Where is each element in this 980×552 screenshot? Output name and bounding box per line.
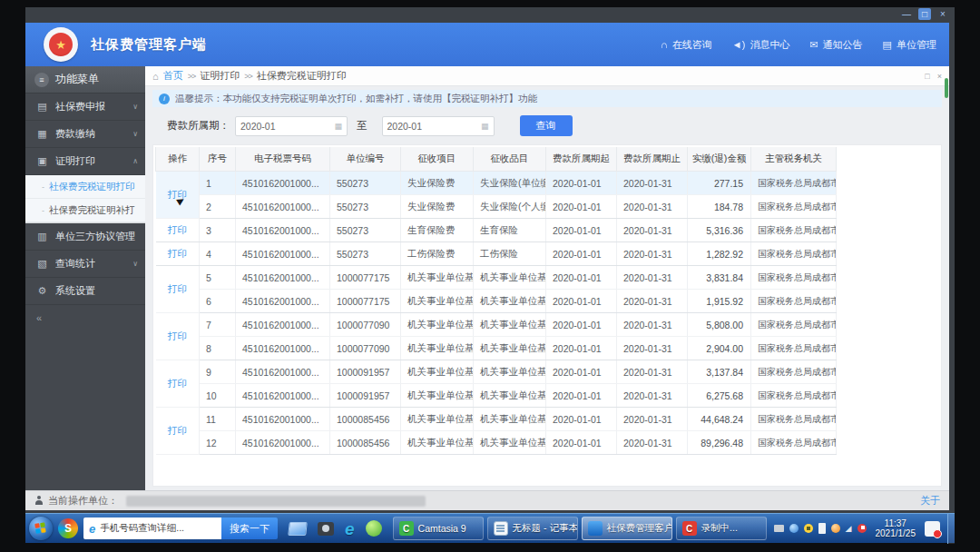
column-header: 单位编号 <box>330 147 401 172</box>
notice-bulletin-label: 通知公告 <box>823 38 863 52</box>
breadcrumb: ⌂ 首页 >> 证明打印 >> 社保费完税证明打印 □ × <box>145 66 949 86</box>
period-from-input[interactable]: 2020-01 ▦ <box>235 116 348 136</box>
cell-item: 机关事业单位基本... <box>401 290 474 313</box>
taskbar-button-notepad[interactable]: 无标题 - 记事本 <box>487 517 578 540</box>
breadcrumb-item[interactable]: 社保费完税证明打印 <box>257 69 347 83</box>
windows-logo-icon <box>34 522 47 535</box>
title-bar: ★ 社保费管理客户端 ∩在线咨询◄)消息中心✉通知公告▤单位管理 <box>25 23 949 66</box>
cell-no: 10 <box>200 384 236 408</box>
period-to-input[interactable]: 2020-01 ▦ <box>382 116 495 136</box>
blue-orb-icon[interactable] <box>789 524 799 533</box>
tab-restore-icon[interactable]: □ <box>925 72 929 81</box>
minimize-button[interactable]: — <box>900 8 913 20</box>
taskbar-button-camtasia[interactable]: CCamtasia 9 <box>393 517 484 540</box>
cell-amount: 3,831.84 <box>688 266 751 290</box>
orange-orb-icon[interactable] <box>831 524 840 533</box>
sidebar-item-label: 查询统计 <box>55 257 95 271</box>
cell-item: 机关事业单位基本... <box>401 431 474 455</box>
topbar-action-message-center[interactable]: ◄)消息中心 <box>732 38 790 52</box>
topbar-action-unit-management[interactable]: ▤单位管理 <box>883 38 936 52</box>
taskbar-button-label: Camtasia 9 <box>418 523 466 534</box>
about-link[interactable]: 关于 <box>920 494 940 508</box>
briefcase-icon[interactable] <box>774 525 784 532</box>
chevron-down-icon: ∨ <box>132 260 138 268</box>
app-window: ★ 社保费管理客户端 ∩在线咨询◄)消息中心✉通知公告▤单位管理 ≡ 功能菜单 … <box>25 23 949 510</box>
print-icon: ▣ <box>36 155 48 167</box>
agreement-icon: ▥ <box>36 231 48 242</box>
cell-end: 2020-01-31 <box>617 337 688 360</box>
print-link[interactable]: 打印 <box>168 378 187 389</box>
cell-amount: 277.15 <box>688 172 751 195</box>
column-header: 序号 <box>200 147 236 172</box>
calendar-icon[interactable]: ▦ <box>481 122 489 131</box>
print-link[interactable]: 打印 <box>168 330 187 341</box>
sidebar-item-system-settings[interactable]: ⚙系统设置 <box>25 278 145 305</box>
cell-start: 2020-01-01 <box>546 313 617 337</box>
tab-close-icon[interactable]: × <box>937 72 942 81</box>
dash-icon: - <box>42 182 44 192</box>
cell-end: 2020-01-31 <box>617 290 688 313</box>
print-link[interactable]: 打印 <box>168 283 187 294</box>
print-link[interactable]: 打印 <box>168 224 187 235</box>
cell-no: 3 <box>200 219 236 242</box>
cell-subitem: 生育保险 <box>474 219 546 242</box>
app-title: 社保费管理客户端 <box>91 36 207 54</box>
cell-start: 2020-01-01 <box>546 219 617 242</box>
red-orb-icon[interactable] <box>858 524 867 533</box>
sidebar-item-cert-print[interactable]: ▣证明打印∧ <box>25 148 145 175</box>
snipping-tool-icon[interactable] <box>318 522 334 536</box>
sidebar-item-label: 费款缴纳 <box>55 127 95 141</box>
ime-badge-icon[interactable] <box>925 521 940 537</box>
sidebar-item-tripartite[interactable]: ▥单位三方协议管理 <box>25 223 145 251</box>
table-row: 124510162001000...1000085456机关事业单位基本...机… <box>156 431 837 455</box>
close-button[interactable]: × <box>936 8 949 20</box>
sidebar-subitem-cert-print-main[interactable]: -社保费完税证明打印 <box>25 175 145 199</box>
cell-end: 2020-01-31 <box>617 242 688 266</box>
pay-icon: ▦ <box>36 128 48 140</box>
print-link[interactable]: 打印 <box>168 425 187 436</box>
sidebar-header-label: 功能菜单 <box>55 72 99 87</box>
sogou-icon[interactable]: S <box>58 518 78 538</box>
taskbar: S e 手机号码查询详细... 搜索一下 e CCamtasia 9无标题 - … <box>25 513 955 543</box>
cell-authority: 国家税务总局成都市成华区... <box>751 172 837 195</box>
cell-end: 2020-01-31 <box>617 431 688 455</box>
print-link[interactable]: 打印 <box>168 248 187 259</box>
taskbar-search-input[interactable]: e 手机号码查询详细... <box>83 518 221 539</box>
topbar-action-online-consult[interactable]: ∩在线咨询 <box>661 38 712 52</box>
online-consult-label: 在线咨询 <box>672 38 712 52</box>
cell-authority: 国家税务总局成都市成华区... <box>751 313 837 337</box>
network-icon[interactable]: ◢ <box>846 524 852 533</box>
taskbar-button-ssf-client[interactable]: 社保费管理客户端 <box>582 517 672 540</box>
topbar-action-notice-bulletin[interactable]: ✉通知公告 <box>809 38 862 52</box>
cell-amount: 184.78 <box>688 195 751 219</box>
sidebar-item-query-stats[interactable]: ▧查询统计∨ <box>25 251 145 278</box>
green-orb-icon[interactable] <box>366 520 382 537</box>
breadcrumb-item[interactable]: 证明打印 <box>200 69 240 83</box>
yellow-orb-icon[interactable] <box>804 524 813 533</box>
sidebar-item-declare[interactable]: ▤社保费申报∨ <box>25 94 145 121</box>
sidebar-item-payment[interactable]: ▦费款缴纳∨ <box>25 121 145 148</box>
sidebar-subitem-cert-print-reprint[interactable]: -社保费完税证明补打 <box>25 199 145 222</box>
op-cell: 打印 <box>156 360 200 408</box>
taskbar-button-recorder[interactable]: C录制中... <box>676 517 767 540</box>
window-app-icon[interactable] <box>288 522 308 536</box>
cell-subitem: 机关事业单位基本... <box>474 266 546 290</box>
ie-mini-icon: e <box>89 523 95 535</box>
taskbar-search-button[interactable]: 搜索一下 <box>221 518 278 539</box>
cell-amount: 5,316.36 <box>688 219 751 242</box>
taskbar-clock[interactable]: 11:37 2021/1/25 <box>876 518 916 539</box>
start-button[interactable] <box>29 517 53 540</box>
calendar-icon[interactable]: ▦ <box>334 122 342 131</box>
cell-amount: 6,275.68 <box>688 384 751 408</box>
ie-icon[interactable]: e <box>345 520 355 537</box>
cell-end: 2020-01-31 <box>617 384 688 408</box>
show-desktop-button[interactable] <box>947 514 955 544</box>
maximize-button[interactable]: □ <box>918 8 931 20</box>
cell-ticket: 4510162001000... <box>236 384 330 408</box>
cell-end: 2020-01-31 <box>617 266 688 290</box>
sidebar-collapse-icon[interactable]: « <box>25 305 145 323</box>
breadcrumb-home[interactable]: 首页 <box>163 69 183 83</box>
ime-icon[interactable] <box>818 523 826 534</box>
scrollbar-thumb[interactable] <box>945 78 948 98</box>
query-button[interactable]: 查询 <box>520 115 573 136</box>
